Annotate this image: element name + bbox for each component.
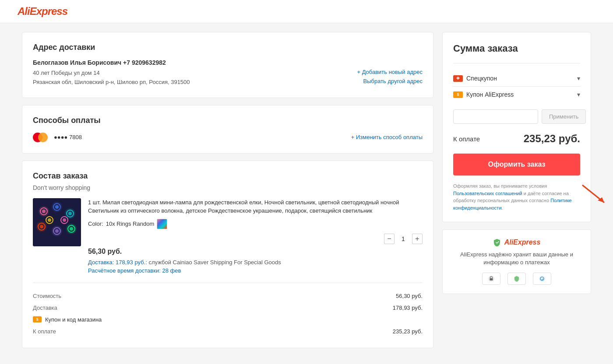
coupon-label: Купон и код магазина [45, 316, 102, 323]
cert-icon: ✓ [538, 275, 546, 283]
color-value: 10x Rings Random [106, 220, 155, 227]
product-title: 1 шт. Милая светодиодная мини-лампа для … [88, 198, 423, 215]
qty-plus-button[interactable]: + [412, 234, 423, 244]
security-icon-lock [482, 273, 500, 285]
total-row: К оплате 235,23 руб. [33, 326, 423, 337]
right-column: Сумма заказа ✚ Спецкупон ▾ $ Купон AliE [442, 32, 591, 294]
security-icon-cert: ✓ [533, 273, 551, 285]
cost-label: Стоимость [33, 293, 61, 299]
terms-text: Оформляя заказ, вы принимаете условия По… [453, 182, 580, 211]
coupon-row: $ Купон и код магазина [33, 314, 423, 326]
terms-end: . [502, 205, 503, 210]
summary-table: Стоимость 56,30 руб. Доставка 178,93 руб… [33, 283, 423, 337]
svg-point-20 [36, 221, 47, 232]
add-address-link[interactable]: + Добавить новый адрес [357, 69, 423, 75]
aliexpress-logo[interactable]: AliExpress [18, 5, 67, 17]
security-icon-shield [507, 273, 526, 285]
delivery-service: службой Cainiao Saver Shipping For Speci… [148, 259, 281, 266]
ali-coupon-badge: $ [453, 91, 463, 98]
svg-point-19 [65, 208, 75, 219]
delivery-label: Доставка: 178,93 руб.: [88, 259, 147, 266]
order-summary-card: Сумма заказа ✚ Спецкупон ▾ $ Купон AliE [442, 32, 591, 222]
svg-text:✓: ✓ [541, 278, 543, 281]
product-image-placeholder [33, 198, 81, 246]
mastercard-icon [33, 132, 49, 143]
summary-card-title: Сумма заказа [453, 43, 580, 54]
svg-point-21 [52, 226, 62, 236]
product-row: 1 шт. Милая светодиодная мини-лампа для … [33, 198, 423, 274]
shield2-icon [513, 275, 521, 283]
total-label: К оплате [33, 328, 56, 335]
spec-coupon-item[interactable]: ✚ Спецкупон ▾ [453, 70, 580, 86]
shop-name: Don't worry shopping [33, 184, 423, 191]
color-label: Color: [88, 220, 103, 227]
qty-value: 1 [399, 235, 408, 242]
delivery-card: Адрес доставки Белоглазов Илья Борисович… [22, 32, 433, 98]
delivery-price-link[interactable]: Доставка: 178,93 руб.: [88, 259, 148, 266]
delivery-title: Адрес доставки [33, 43, 423, 52]
right-wrapper: Сумма заказа ✚ Спецкупон ▾ $ Купон AliE [442, 32, 591, 348]
qty-minus-button[interactable]: − [384, 234, 395, 244]
quantity-row: − 1 + [88, 234, 423, 244]
coupon-label-row: $ Купон и код магазина [33, 316, 102, 323]
total-payment-label: К оплате [453, 135, 480, 143]
delivery-row: Доставка 178,93 руб. [33, 302, 423, 314]
delivery-info: Доставка: 178,93 руб.: службой Cainiao S… [88, 259, 423, 274]
mc-circle-orange [38, 133, 48, 142]
address-line1: 40 лет Победы ул дом 14 [33, 70, 100, 76]
payment-title: Способы оплаты [33, 116, 423, 125]
cost-value: 56,30 руб. [396, 293, 423, 299]
address-text: 40 лет Победы ул дом 14 Рязанская обл, Ш… [33, 69, 190, 87]
total-value: 235,23 руб. [393, 328, 423, 335]
payment-row: ●●●● 7808 + Изменить способ оплаты [33, 132, 423, 143]
address-links: + Добавить новый адрес Выбрать другой ад… [357, 69, 423, 84]
ali-coupon-label: Купон AliExpress [466, 91, 514, 98]
spec-coupon-chevron: ▾ [577, 75, 580, 82]
color-row: Color: 10x Rings Random [88, 219, 423, 229]
svg-point-22 [66, 224, 77, 234]
checkout-button[interactable]: Оформить заказ [453, 154, 580, 175]
product-image[interactable] [33, 198, 81, 246]
svg-point-17 [39, 206, 49, 217]
coupon-icon: $ [33, 316, 42, 322]
order-card: Состав заказа Don't worry shopping [22, 161, 433, 348]
card-number: ●●●● 7808 [54, 134, 82, 140]
security-icons: ✓ [451, 273, 582, 285]
apply-coupon-button[interactable]: Применить [542, 109, 586, 124]
svg-rect-24 [490, 278, 493, 280]
change-address-link[interactable]: Выбрать другой адрес [363, 78, 423, 84]
main-container: Адрес доставки Белоглазов Илья Борисович… [4, 23, 609, 357]
coupon-section: ✚ Спецкупон ▾ $ Купон AliExpress ▾ [453, 63, 580, 102]
terms-prefix: Оформляя заказ, вы принимаете условия [453, 183, 547, 189]
order-title: Состав заказа [33, 172, 423, 181]
security-header: AliExpress [451, 238, 582, 246]
cost-row: Стоимость 56,30 руб. [33, 290, 423, 302]
svg-point-16 [63, 218, 66, 222]
ali-coupon-item[interactable]: $ Купон AliExpress ▾ [453, 87, 580, 102]
terms-link1[interactable]: Пользовательских соглашений [453, 191, 522, 196]
delivery-sum-label: Доставка [33, 304, 57, 311]
left-column: Адрес доставки Белоглазов Илья Борисович… [22, 32, 433, 348]
spec-coupon-badge: ✚ [453, 75, 463, 82]
recipient-name: Белоглазов Илья Борисович +7 9209632982 [33, 59, 423, 66]
lock-icon [487, 275, 495, 283]
delivery-sum-value: 178,93 руб. [393, 304, 423, 311]
payment-left: ●●●● 7808 [33, 132, 82, 143]
svg-point-14 [48, 218, 51, 222]
total-payment-row: К оплате 235,23 руб. [453, 133, 580, 145]
color-swatch[interactable] [157, 219, 167, 229]
header: AliExpress [0, 0, 613, 23]
ali-coupon-chevron: ▾ [577, 91, 580, 98]
ali-coupon-left: $ Купон AliExpress [453, 91, 514, 98]
coupon-input-row: Применить [453, 109, 580, 124]
total-payment-amount: 235,23 руб. [524, 133, 580, 145]
address-line2: Рязанская обл, Шиловский р-н, Шилово рп,… [33, 79, 190, 85]
product-svg [33, 198, 81, 246]
change-payment-link[interactable]: + Изменить способ оплаты [351, 134, 423, 140]
coupon-input[interactable] [453, 109, 538, 124]
security-logo: AliExpress [504, 238, 541, 246]
payment-card: Способы оплаты ●●●● 7808 + Изменить спос… [22, 105, 433, 154]
spec-coupon-left: ✚ Спецкупон [453, 75, 497, 82]
spec-coupon-label: Спецкупон [466, 75, 497, 82]
address-row: 40 лет Победы ул дом 14 Рязанская обл, Ш… [33, 69, 423, 87]
